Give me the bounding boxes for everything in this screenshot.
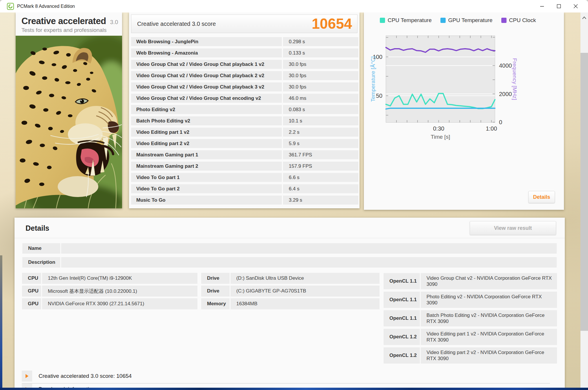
window-title: PCMark 8 Advanced Edition bbox=[17, 4, 75, 9]
result-row: Video Group Chat v2 / Video Group Chat p… bbox=[131, 71, 358, 80]
system-row-label: GPU bbox=[22, 298, 41, 309]
opencl-row-label: OpenCL 1.1 bbox=[384, 273, 420, 289]
chart-legend: CPU TemperatureGPU TemperatureCPU Clock bbox=[380, 17, 536, 24]
vertical-scrollbar[interactable] bbox=[580, 12, 588, 388]
result-name: Video Group Chat v2 / Video Group Chat p… bbox=[131, 82, 282, 91]
expander-box[interactable] bbox=[22, 371, 32, 382]
system-row: GPUMicrosoft 基本显示适配器 (10.0.22000.1) bbox=[22, 286, 197, 297]
result-value: 0.298 s bbox=[283, 37, 358, 46]
divider bbox=[14, 238, 565, 238]
result-row: Video Editing part 1 v22.2 s bbox=[131, 128, 358, 137]
legend-swatch bbox=[380, 18, 385, 23]
x-tick-label: 0:30 bbox=[433, 125, 444, 132]
monitoring-panel: CPU TemperatureGPU TemperatureCPU Clock … bbox=[364, 12, 564, 210]
details-panel: Details View raw result Name Description… bbox=[14, 218, 565, 390]
system-row-value: 12th Gen Intel(R) Core(TM) i9-12900K bbox=[42, 273, 197, 284]
opencl-row-value: Batch Photo Editing v2 - NVIDIA Corporat… bbox=[421, 310, 557, 326]
result-name: Music To Go bbox=[131, 196, 282, 205]
details-heading: Details bbox=[26, 224, 49, 232]
system-row-label: Drive bbox=[201, 273, 230, 284]
result-row: Video Group Chat v2 / Video Group Chat p… bbox=[131, 82, 358, 91]
desktop-wallpaper-sliver bbox=[0, 255, 2, 388]
system-row-value: (D:) SanDisk Ultra USB Device bbox=[231, 273, 380, 284]
divider bbox=[22, 383, 550, 384]
result-name: Web Browsing - Amazonia bbox=[131, 48, 282, 57]
opencl-row: OpenCL 1.1Video Group Chat v2 - NVIDIA C… bbox=[384, 273, 557, 289]
opencl-row: OpenCL 1.1Photo Editing v2 - NVIDIA Corp… bbox=[384, 292, 557, 308]
result-name: Mainstream Gaming part 1 bbox=[131, 150, 282, 159]
close-button[interactable] bbox=[567, 1, 584, 12]
benchmark-subtitle: Tests for experts and professionals bbox=[21, 27, 122, 33]
accordion-label: Creative accelerated 3.0 score: 10654 bbox=[39, 373, 132, 379]
maximize-button[interactable] bbox=[550, 1, 567, 12]
result-value: 5.9 s bbox=[283, 139, 358, 148]
x-axis-title: Time [s] bbox=[431, 134, 450, 140]
opencl-row-value: Video Editing part 1 v2 - NVIDIA Corpora… bbox=[421, 329, 557, 345]
description-row: Description bbox=[22, 257, 557, 268]
system-row-value: (C:) GIGABYTE GP-AG70S1TB bbox=[231, 286, 380, 297]
titlebar: PCMark 8 Advanced Edition bbox=[0, 0, 588, 12]
result-name: Video To Go part 1 bbox=[131, 173, 282, 182]
scroll-up-arrow[interactable] bbox=[580, 12, 588, 23]
result-row: Web Browsing - JunglePin0.298 s bbox=[131, 37, 358, 46]
opencl-row-value: Video Editing part 2 v2 - NVIDIA Corpora… bbox=[421, 347, 557, 364]
result-value: 10.1 s bbox=[283, 116, 358, 125]
pcmark-app-icon bbox=[7, 3, 14, 10]
right-tick-label: 2000 bbox=[499, 91, 512, 97]
result-name: Video Editing part 2 v2 bbox=[131, 139, 282, 148]
view-raw-result-button[interactable]: View raw result bbox=[470, 221, 556, 235]
right-tick-label: 0 bbox=[499, 119, 502, 125]
legend-label: GPU Temperature bbox=[448, 17, 493, 24]
x-tick-label: 1:00 bbox=[486, 125, 497, 132]
result-row: Mainstream Gaming part 1361.7 FPS bbox=[131, 150, 358, 159]
name-value[interactable] bbox=[61, 243, 557, 254]
score-panel: Creative accelerated 3.0 score 10654 Web… bbox=[129, 12, 360, 208]
result-row: Video Editing part 2 v25.9 s bbox=[131, 139, 358, 148]
system-row-label: GPU bbox=[22, 286, 41, 297]
opencl-row-label: OpenCL 1.1 bbox=[384, 310, 420, 326]
system-row-value: NVIDIA GeForce RTX 3090 (27.21.14.5671) bbox=[42, 298, 197, 309]
result-row: Video Group Chat v2 / Video Group Chat e… bbox=[131, 94, 358, 103]
opencl-row-value: Photo Editing v2 - NVIDIA Corporation Ge… bbox=[421, 292, 557, 308]
description-label: Description bbox=[22, 257, 60, 268]
benchmark-panel: Creative accelerated 3.0 Tests for exper… bbox=[16, 12, 122, 208]
score-header: Creative accelerated 3.0 score 10654 bbox=[131, 15, 357, 33]
result-row: Video To Go part 26.4 s bbox=[131, 184, 358, 193]
accordion-row[interactable]: Creative accelerated 3.0 score: 10654 bbox=[22, 371, 132, 382]
result-row: Music To Go3.29 s bbox=[131, 196, 358, 205]
result-value: 30.0 fps bbox=[283, 60, 358, 69]
scrollbar-thumb[interactable] bbox=[580, 53, 588, 331]
details-button[interactable]: Details bbox=[528, 191, 555, 203]
result-name: Mainstream Gaming part 2 bbox=[131, 162, 282, 171]
description-value[interactable] bbox=[61, 257, 557, 268]
opencl-row: OpenCL 1.2Video Editing part 1 v2 - NVID… bbox=[384, 329, 557, 345]
legend-label: CPU Clock bbox=[509, 17, 536, 24]
system-row-value: 16384MB bbox=[231, 298, 380, 309]
result-value: 46.0 ms bbox=[283, 94, 358, 103]
legend-label: CPU Temperature bbox=[388, 17, 432, 24]
result-row: Photo Editing v20.083 s bbox=[131, 105, 358, 114]
opencl-row-label: OpenCL 1.1 bbox=[384, 292, 420, 308]
opencl-row: OpenCL 1.1Batch Photo Editing v2 - NVIDI… bbox=[384, 310, 557, 326]
system-row-label: CPU bbox=[22, 273, 41, 284]
result-name: Web Browsing - JunglePin bbox=[131, 37, 282, 46]
minimize-button[interactable] bbox=[533, 1, 550, 12]
opencl-row-label: OpenCL 1.2 bbox=[384, 347, 420, 364]
name-row: Name bbox=[22, 243, 557, 254]
result-name: Photo Editing v2 bbox=[131, 105, 282, 114]
opencl-row: OpenCL 1.2Video Editing part 2 v2 - NVID… bbox=[384, 347, 557, 364]
left-tick-label: 50 bbox=[376, 93, 382, 99]
result-name: Video Group Chat v2 / Video Group Chat e… bbox=[131, 94, 282, 103]
result-row: Batch Photo Editing v210.1 s bbox=[131, 116, 358, 125]
name-label: Name bbox=[22, 243, 60, 254]
system-row-value: Microsoft 基本显示适配器 (10.0.22000.1) bbox=[42, 286, 197, 297]
result-value: 30.0 fps bbox=[283, 71, 358, 80]
legend-item: CPU Temperature bbox=[380, 17, 432, 24]
legend-swatch bbox=[501, 18, 507, 23]
score-label: Creative accelerated 3.0 score bbox=[137, 21, 216, 27]
benchmark-title: Creative accelerated bbox=[21, 16, 106, 26]
expand-arrow-icon bbox=[26, 374, 28, 378]
legend-swatch bbox=[440, 18, 446, 23]
system-row: GPUNVIDIA GeForce RTX 3090 (27.21.14.567… bbox=[22, 298, 197, 309]
result-value: 3.29 s bbox=[283, 196, 358, 205]
